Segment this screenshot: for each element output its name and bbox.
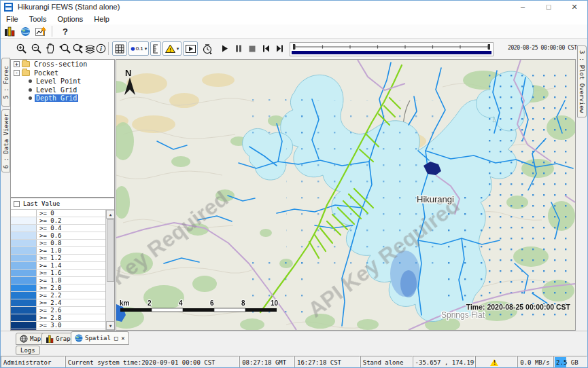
zoom-out-button[interactable] — [29, 41, 43, 56]
skip-to-start-button[interactable] — [260, 41, 271, 56]
legend-row: >= 0.4 — [11, 225, 114, 232]
vertical-scale-button[interactable] — [150, 41, 161, 56]
maximize-pane-icon[interactable]: □ — [114, 335, 118, 342]
scrollbar-thumb[interactable] — [107, 219, 114, 282]
window-title: Hikurangi FEWS (Stand alone) — [18, 3, 120, 11]
tree-node-label[interactable]: Level Grid — [35, 86, 78, 94]
zoom-in-button[interactable] — [14, 41, 28, 56]
tab-data-viewer[interactable]: 6 : Data Viewer — [1, 109, 10, 172]
close-button[interactable]: ✕ — [561, 1, 587, 13]
tab-map[interactable]: Map — [16, 333, 45, 345]
tree-node-pocket[interactable]: - Pocket — [11, 69, 114, 77]
thresholds-warning-dropdown[interactable]: ! ▾ — [162, 41, 181, 56]
legend-swatch — [11, 299, 37, 306]
decimal-precision-dropdown[interactable]: 0.1 ▾ — [128, 41, 149, 56]
wireframe-globe-icon — [20, 335, 28, 343]
legend-swatch — [11, 225, 37, 232]
legend-header: Last Value — [11, 198, 114, 210]
legend-row: >= 2.6 — [11, 307, 114, 314]
tab-spatial[interactable]: Spatial □ ✕ — [71, 331, 129, 345]
map-time-label: Time: 2020-08-25 00:00:00 CST — [466, 303, 571, 311]
legend-swatch — [11, 255, 37, 261]
status-system-time: Current system time:2020-09-01 00:00 CST — [65, 356, 239, 368]
legend-panel: Last Value >= 0 >= 0.2 >= 0.4 >= 0.6 >= … — [10, 198, 115, 331]
minimize-button[interactable]: – — [510, 1, 536, 13]
legend-row: >= 1.0 — [11, 247, 114, 255]
svg-text:km: km — [120, 299, 130, 307]
bullet-icon — [29, 79, 32, 83]
svg-text:6: 6 — [210, 299, 214, 307]
stop-button[interactable] — [247, 41, 258, 56]
legend-row: >= 1.4 — [11, 262, 114, 270]
expand-toggle-icon[interactable]: + — [14, 61, 20, 67]
zoom-previous-button[interactable] — [58, 41, 72, 56]
tree-node-label[interactable]: Cross-section — [33, 60, 88, 68]
map-view[interactable]: API Key Required API Key Required Hikura… — [116, 59, 576, 331]
svg-text:8: 8 — [241, 299, 245, 307]
collapse-toggle-icon[interactable]: - — [14, 70, 20, 76]
tree-node-depth-grid[interactable]: Depth Grid — [11, 94, 114, 103]
scroll-up-icon[interactable]: ▲ — [106, 210, 114, 219]
legend-swatch — [11, 240, 37, 246]
legend-header-label: Last Value — [23, 200, 60, 207]
logs-button[interactable]: Logs — [16, 346, 40, 355]
show-grid-button[interactable] — [112, 41, 127, 56]
skip-to-end-button[interactable] — [274, 41, 285, 56]
svg-text:4: 4 — [179, 299, 183, 307]
maximize-button[interactable]: □ — [536, 1, 561, 13]
legend-row: >= 1.6 — [11, 270, 114, 277]
menu-bar: File Tools Options Help — [1, 13, 587, 24]
help-button[interactable]: ? — [58, 25, 72, 37]
menu-options[interactable]: Options — [52, 14, 88, 24]
menu-help[interactable]: Help — [88, 14, 115, 24]
legend-row: >= 0.2 — [11, 217, 114, 225]
tree-node-cross-section[interactable]: + Cross-section — [11, 60, 114, 69]
legend-swatch — [11, 247, 37, 254]
legend-swatch — [11, 217, 37, 224]
animation-timer-icon[interactable] — [201, 41, 214, 56]
legend-row: >= 1.8 — [11, 277, 114, 284]
tree-node-label[interactable]: Level Point — [35, 77, 82, 85]
legend-row: >= 0.6 — [11, 232, 114, 240]
bullet-icon — [29, 88, 32, 92]
status-warning-cell — [475, 356, 517, 368]
legend-row: >= 1.2 — [11, 255, 114, 262]
timeseries-chart-icon[interactable] — [34, 25, 48, 37]
tab-forecast[interactable]: 5 : Forec — [1, 58, 10, 107]
time-slider[interactable] — [290, 42, 494, 59]
tab-plot-overview[interactable]: 3 : Plot Overview — [577, 45, 587, 117]
pause-button[interactable] — [233, 41, 244, 56]
tab-map-label: Map — [30, 335, 41, 342]
info-button[interactable]: i — [94, 41, 107, 56]
svg-text:10: 10 — [271, 299, 279, 307]
close-pane-icon[interactable]: ✕ — [121, 335, 124, 342]
database-explorer-icon[interactable] — [3, 25, 16, 37]
layer-tree-panel: + Cross-section - Pocket Level Point Lev… — [10, 59, 115, 198]
legend-row: >= 3.0 — [11, 322, 114, 329]
legend-swatch — [11, 262, 37, 269]
tree-node-label-selected[interactable]: Depth Grid — [35, 94, 78, 102]
status-gmt-time: 08:27:18 GMT — [239, 356, 294, 368]
legend-scrollbar[interactable]: ▲ ▼ — [105, 210, 114, 330]
bullet-icon — [29, 96, 32, 100]
legend-swatch — [11, 322, 37, 329]
tree-node-level-grid[interactable]: Level Grid — [11, 86, 114, 94]
status-bar: Administrator Current system time:2020-0… — [1, 356, 587, 368]
movie-player-button[interactable] — [183, 41, 198, 56]
legend-row: >= 3.2 — [11, 329, 114, 330]
last-value-checkbox[interactable] — [14, 201, 20, 207]
tree-node-level-point[interactable]: Level Point — [11, 77, 114, 86]
folder-icon — [22, 61, 30, 67]
menu-tools[interactable]: Tools — [24, 14, 52, 24]
warning-icon[interactable] — [490, 359, 498, 366]
status-mode: Stand alone — [360, 356, 413, 368]
bar-chart-icon — [46, 335, 54, 343]
pan-hand-button[interactable] — [44, 41, 57, 56]
globe-map-icon[interactable] — [18, 25, 32, 37]
chevron-down-icon: ▾ — [145, 46, 148, 52]
menu-file[interactable]: File — [1, 14, 24, 24]
scroll-down-icon[interactable]: ▼ — [106, 321, 114, 330]
tree-node-label[interactable]: Pocket — [33, 69, 60, 77]
legend-swatch — [11, 270, 37, 276]
play-button[interactable] — [220, 41, 230, 56]
